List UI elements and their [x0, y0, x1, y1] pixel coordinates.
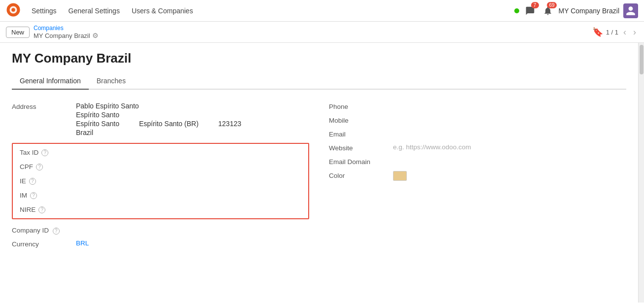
- gear-icon[interactable]: ⚙: [92, 32, 99, 39]
- breadcrumb-parent[interactable]: Companies: [34, 25, 99, 32]
- breadcrumb: Companies MY Company Brazil ⚙: [34, 25, 99, 39]
- currency-label: Currency: [12, 239, 76, 248]
- currency-row: Currency BRL: [12, 237, 309, 251]
- messages-badge: 7: [531, 2, 539, 8]
- new-button[interactable]: New: [6, 27, 30, 38]
- company-name-nav[interactable]: MY Company Brazil: [559, 7, 619, 15]
- nire-label: NIRE: [20, 206, 36, 213]
- companyid-row: Company ID ?: [12, 223, 309, 237]
- top-navigation: Settings General Settings Users & Compan…: [0, 0, 644, 22]
- bookmark-icon[interactable]: 🔖: [592, 27, 603, 37]
- activity-badge: 69: [547, 2, 556, 8]
- currency-value[interactable]: BRL: [76, 239, 309, 247]
- companyid-help-icon[interactable]: ?: [53, 228, 60, 235]
- color-label: Color: [329, 171, 393, 179]
- nav-settings[interactable]: Settings: [27, 5, 62, 17]
- color-swatch[interactable]: [393, 171, 407, 181]
- activity-icon[interactable]: 69: [541, 4, 555, 18]
- phone-row: Phone: [329, 100, 626, 113]
- page-wrapper: MY Company Brazil General Information Br…: [0, 43, 644, 303]
- breadcrumb-bar: New Companies MY Company Brazil ⚙ 🔖 1 / …: [0, 22, 644, 43]
- messages-icon[interactable]: 7: [523, 4, 537, 18]
- address-value: Pablo Espírito Santo Espírito Santo Espí…: [76, 102, 309, 136]
- address-state: Espírito Santo (BR): [139, 120, 199, 128]
- nire-row: NIRE ?: [20, 206, 301, 213]
- nire-help-icon[interactable]: ?: [38, 206, 45, 213]
- mobile-label: Mobile: [329, 116, 393, 124]
- prev-record-button[interactable]: ‹: [621, 26, 628, 38]
- address-city: Espírito Santo: [76, 120, 119, 128]
- nav-users-companies[interactable]: Users & Companies: [127, 5, 198, 17]
- im-label: IM: [20, 192, 27, 199]
- main-content: MY Company Brazil General Information Br…: [0, 43, 638, 303]
- tab-general-information[interactable]: General Information: [12, 73, 89, 90]
- email-label: Email: [329, 130, 393, 138]
- cpf-row: CPF ?: [20, 163, 301, 170]
- address-country: Brazil: [76, 129, 309, 136]
- website-row: Website e.g. https://www.odoo.com: [329, 141, 626, 155]
- ie-row: IE ?: [20, 177, 301, 185]
- form-body: Address Pablo Espírito Santo Espírito Sa…: [12, 100, 626, 251]
- form-tabs: General Information Branches: [12, 73, 626, 90]
- color-value: [393, 171, 626, 182]
- form-left-column: Address Pablo Espírito Santo Espírito Sa…: [12, 100, 309, 251]
- tab-branches[interactable]: Branches: [89, 73, 134, 90]
- svg-point-2: [11, 8, 15, 12]
- next-record-button[interactable]: ›: [631, 26, 638, 38]
- ie-label: IE: [20, 177, 26, 185]
- cpf-label: CPF: [20, 163, 33, 170]
- website-label: Website: [329, 143, 393, 152]
- website-value[interactable]: e.g. https://www.odoo.com: [393, 143, 626, 151]
- address-label: Address: [12, 102, 76, 110]
- record-pager: 1 / 1: [606, 29, 618, 36]
- color-row: Color: [329, 169, 626, 185]
- form-right-column: Phone Mobile Email Website e.g. https://…: [329, 100, 626, 251]
- phone-label: Phone: [329, 102, 393, 110]
- scrollbar[interactable]: [638, 43, 644, 303]
- breadcrumb-current-label: MY Company Brazil: [34, 32, 90, 39]
- nav-general-settings[interactable]: General Settings: [64, 5, 125, 17]
- taxid-help-icon[interactable]: ?: [41, 149, 48, 156]
- address-line-1: Pablo Espírito Santo: [76, 102, 309, 110]
- scrollbar-thumb[interactable]: [640, 45, 644, 74]
- tax-fields-box: Tax ID ? CPF ? IE ? IM ?: [12, 143, 309, 219]
- email-row: Email: [329, 127, 626, 141]
- mobile-row: Mobile: [329, 113, 626, 127]
- im-help-icon[interactable]: ?: [30, 192, 37, 199]
- address-line-3: Espírito Santo Espírito Santo (BR) 12312…: [76, 120, 309, 128]
- emaildomain-label: Email Domain: [329, 157, 393, 166]
- address-line-2: Espírito Santo: [76, 111, 309, 119]
- taxid-label: Tax ID: [20, 149, 38, 156]
- ie-help-icon[interactable]: ?: [29, 178, 36, 185]
- emaildomain-row: Email Domain: [329, 155, 626, 169]
- companyid-label: Company ID ?: [12, 226, 76, 235]
- taxid-row: Tax ID ?: [20, 149, 301, 156]
- cpf-help-icon[interactable]: ?: [36, 164, 43, 170]
- app-logo[interactable]: [6, 2, 25, 19]
- im-row: IM ?: [20, 192, 301, 199]
- record-title: MY Company Brazil: [12, 51, 626, 66]
- online-status-dot: [514, 8, 519, 13]
- address-field-row: Address Pablo Espírito Santo Espírito Sa…: [12, 100, 309, 139]
- address-zip: 123123: [218, 120, 242, 128]
- user-avatar[interactable]: [623, 3, 638, 18]
